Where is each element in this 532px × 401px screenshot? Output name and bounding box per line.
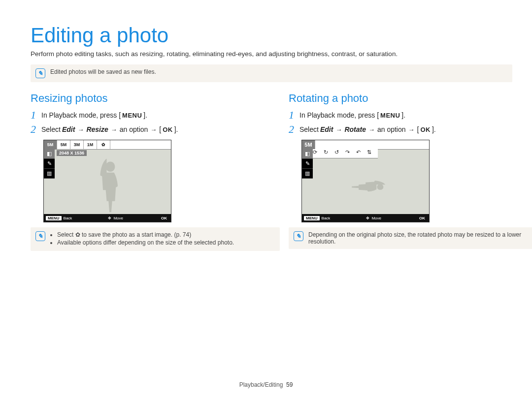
lcd-left-icon: ✎	[302, 159, 313, 169]
arrow-icon: →	[77, 126, 84, 133]
step1-text-a: In Playback mode, press [	[41, 111, 121, 119]
size-tab: 1M	[84, 140, 97, 149]
page-title: Editing a photo	[31, 24, 501, 47]
size-tab: 5M	[44, 140, 57, 149]
bracket: [	[417, 125, 419, 133]
size-tab: 3M	[70, 140, 84, 149]
menu-pill: MENU	[304, 216, 320, 220]
arrow-icon: →	[408, 126, 415, 133]
step1-text-b: ].	[143, 111, 147, 119]
back-label: Back	[322, 216, 331, 220]
rotate-step-1: 1 In Playback mode, press [ MENU ].	[289, 109, 532, 122]
column-rotating: Rotating a photo 1 In Playback mode, pre…	[289, 92, 532, 261]
resize-step-2: 2 Select Edit → Resize → an option → [ O…	[31, 123, 280, 136]
rotate-note-text: Depending on the original photo size, th…	[308, 231, 532, 245]
resize-note-box: ✎ Select ✿ to save the photo as a start …	[31, 227, 280, 251]
note-icon: ✎	[35, 68, 45, 78]
top-note-box: ✎ Edited photos will be saved as new fil…	[31, 64, 512, 82]
lcd-left-icons: ◧ ✎ ▥	[302, 149, 313, 179]
bracket: ].	[174, 125, 178, 133]
step1-text-a: In Playback mode, press [	[299, 111, 379, 119]
step2-edit-word: Edit	[62, 125, 75, 133]
step2-rotate-word: Rotate	[344, 125, 366, 133]
lcd-left-icon: ✎	[44, 159, 55, 169]
ok-key-label: OK	[420, 126, 431, 133]
step1-text-b: ].	[401, 111, 405, 119]
footer-page-number: 59	[286, 381, 293, 388]
silhouette-figure	[81, 158, 140, 213]
size-tab-start-image: ✿	[97, 140, 110, 149]
nav-icon: ✥	[366, 216, 369, 220]
arrow-icon: →	[368, 126, 375, 133]
lcd-bottom-bar: MENU Back ✥ Move OK	[44, 214, 171, 222]
lcd-screenshot-resize: 5M 5M 3M 1M ✿ ◧ ✎ ▥ 2048 X 1536 MENU Bac…	[43, 140, 171, 222]
arrow-icon: →	[150, 126, 157, 133]
size-tab: 5M	[57, 140, 70, 149]
ok-icon: OK	[417, 216, 427, 220]
nav-icon: ✥	[108, 216, 111, 220]
lcd-left-icon: ◧	[44, 149, 55, 159]
resize-step-1: 1 In Playback mode, press [ MENU ].	[31, 109, 280, 122]
step-number: 2	[31, 123, 41, 136]
lcd-bottom-bar: MENU Back ✥ Move OK	[302, 214, 429, 222]
rotate-step-2: 2 Select Edit → Rotate → an option → [ O…	[289, 123, 532, 136]
page-footer: Playback/Editing 59	[0, 381, 532, 388]
size-tab: 5M	[302, 140, 315, 149]
step2-select: Select	[41, 125, 61, 133]
rotate-note-box: ✎ Depending on the original photo size, …	[289, 227, 532, 249]
intro-text: Perform photo editing tasks, such as res…	[31, 50, 501, 58]
note-item: Select ✿ to save the photo as a start im…	[57, 231, 234, 238]
lcd-left-icon: ▥	[44, 169, 55, 179]
step2-option: an option	[120, 125, 148, 133]
lcd-resolution-caption: 2048 X 1536	[57, 150, 87, 156]
bracket: [	[159, 125, 161, 133]
rotate-option-icon: ↺	[334, 149, 345, 158]
rotate-option-icon: ↻	[324, 149, 334, 158]
lcd-left-icon: ◧	[302, 149, 313, 159]
lcd-left-icons: ◧ ✎ ▥	[44, 149, 55, 179]
lcd-left-icon: ▥	[302, 169, 313, 179]
lcd-top-tabs: 5M 5M 3M 1M ✿	[44, 140, 171, 150]
bracket: ].	[432, 125, 436, 133]
back-label: Back	[64, 216, 72, 220]
arrow-icon: →	[111, 126, 117, 133]
step2-select: Select	[299, 125, 319, 133]
move-label: Move	[371, 216, 381, 220]
step2-option: an option	[377, 125, 406, 133]
heading-resizing: Resizing photos	[31, 92, 280, 105]
column-resizing: Resizing photos 1 In Playback mode, pres…	[31, 92, 280, 261]
ok-icon: OK	[159, 216, 169, 220]
note-icon: ✎	[294, 231, 303, 241]
step-number: 1	[289, 109, 299, 122]
step2-resize-word: Resize	[86, 125, 108, 133]
rotate-option-icon: ⟳	[313, 149, 324, 158]
step-number: 1	[31, 109, 41, 122]
arrow-icon: →	[335, 126, 342, 133]
footer-section: Playback/Editing	[239, 381, 283, 388]
ok-key-label: OK	[163, 126, 173, 133]
lcd-screenshot-rotate: 5M ◧ ✎ ▥ ⟳ ↻ ↺ ↷ ↶ ⇅	[301, 140, 430, 222]
note-icon: ✎	[35, 231, 45, 241]
step2-edit-word: Edit	[320, 125, 333, 133]
resize-note-content: Select ✿ to save the photo as a start im…	[50, 231, 234, 247]
menu-key-label: MENU	[380, 112, 400, 119]
menu-key-label: MENU	[122, 112, 142, 119]
move-label: Move	[113, 216, 123, 220]
menu-pill: MENU	[46, 216, 62, 220]
step-number: 2	[289, 123, 299, 136]
heading-rotating: Rotating a photo	[289, 92, 532, 105]
note-item: Available options differ depending on th…	[57, 239, 234, 246]
top-note-text: Edited photos will be saved as new files…	[50, 68, 156, 75]
